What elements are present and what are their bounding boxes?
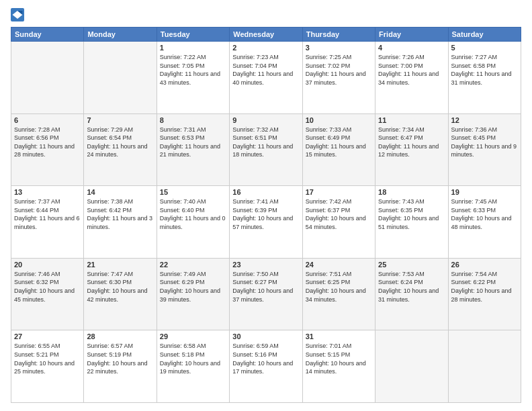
sunrise-label: Sunrise: 7:36 AM [451, 126, 498, 133]
calendar-day-28: 28 Sunrise: 6:57 AM Sunset: 5:19 PM Dayl… [84, 330, 157, 403]
sunrise-label: Sunrise: 7:28 AM [14, 126, 60, 133]
day-number: 10 [306, 116, 372, 124]
day-info: Sunrise: 7:25 AM Sunset: 7:02 PM Dayligh… [306, 53, 372, 87]
day-info: Sunrise: 7:40 AM Sunset: 6:40 PM Dayligh… [160, 197, 226, 231]
day-number: 31 [306, 332, 372, 340]
daylight-label: Daylight: 10 hours and 25 minutes. [14, 360, 75, 375]
day-number: 6 [14, 116, 81, 124]
day-info: Sunrise: 7:51 AM Sunset: 6:25 PM Dayligh… [306, 270, 372, 304]
day-number: 15 [160, 188, 226, 196]
calendar-day-17: 17 Sunrise: 7:42 AM Sunset: 6:37 PM Dayl… [302, 186, 375, 259]
calendar-day-9: 9 Sunrise: 7:32 AM Sunset: 6:51 PM Dayli… [230, 113, 302, 186]
sunset-label: Sunset: 5:16 PM [232, 351, 277, 358]
sunset-label: Sunset: 6:24 PM [378, 279, 423, 285]
day-number: 7 [87, 116, 153, 124]
day-number: 25 [378, 261, 445, 269]
day-info: Sunrise: 6:59 AM Sunset: 5:16 PM Dayligh… [232, 342, 299, 375]
sunrise-label: Sunrise: 7:25 AM [306, 54, 352, 60]
sunrise-label: Sunrise: 7:33 AM [306, 126, 352, 133]
daylight-label: Daylight: 10 hours and 39 minutes. [160, 287, 220, 303]
sunrise-label: Sunrise: 7:41 AM [232, 198, 279, 205]
sunrise-label: Sunrise: 7:23 AM [232, 54, 279, 60]
day-info: Sunrise: 7:01 AM Sunset: 5:15 PM Dayligh… [306, 342, 372, 375]
calendar-day-24: 24 Sunrise: 7:51 AM Sunset: 6:25 PM Dayl… [302, 258, 375, 330]
sunset-label: Sunset: 5:18 PM [160, 351, 205, 358]
daylight-label: Daylight: 10 hours and 37 minutes. [232, 287, 293, 303]
day-info: Sunrise: 7:42 AM Sunset: 6:37 PM Dayligh… [306, 197, 372, 231]
daylight-label: Daylight: 11 hours and 28 minutes. [14, 143, 75, 158]
day-info: Sunrise: 7:45 AM Sunset: 6:33 PM Dayligh… [451, 197, 518, 231]
day-number: 22 [160, 261, 226, 269]
sunrise-label: Sunrise: 7:50 AM [232, 271, 279, 277]
day-number: 27 [14, 332, 81, 340]
day-number: 1 [160, 44, 226, 52]
sunrise-label: Sunrise: 6:58 AM [160, 342, 206, 349]
daylight-label: Daylight: 10 hours and 57 minutes. [232, 215, 293, 230]
daylight-label: Daylight: 10 hours and 48 minutes. [451, 215, 512, 230]
page: SundayMondayTuesdayWednesdayThursdayFrid… [0, 0, 532, 411]
calendar-day-2: 2 Sunrise: 7:23 AM Sunset: 7:04 PM Dayli… [230, 42, 302, 114]
daylight-label: Daylight: 10 hours and 28 minutes. [451, 287, 512, 303]
sunrise-label: Sunrise: 7:43 AM [378, 198, 425, 205]
sunset-label: Sunset: 6:44 PM [14, 207, 59, 214]
day-number: 20 [14, 261, 81, 269]
daylight-label: Daylight: 11 hours and 43 minutes. [160, 71, 220, 86]
sunset-label: Sunset: 7:00 PM [378, 62, 423, 69]
calendar-day-13: 13 Sunrise: 7:37 AM Sunset: 6:44 PM Dayl… [11, 186, 84, 259]
sunrise-label: Sunrise: 7:34 AM [378, 126, 425, 133]
day-info: Sunrise: 7:34 AM Sunset: 6:47 PM Dayligh… [378, 126, 445, 159]
calendar-day-11: 11 Sunrise: 7:34 AM Sunset: 6:47 PM Dayl… [375, 113, 448, 186]
calendar-day-5: 5 Sunrise: 7:27 AM Sunset: 6:58 PM Dayli… [448, 42, 521, 114]
day-info: Sunrise: 7:46 AM Sunset: 6:32 PM Dayligh… [14, 270, 81, 304]
day-info: Sunrise: 7:32 AM Sunset: 6:51 PM Dayligh… [232, 126, 299, 159]
day-number: 14 [87, 188, 153, 196]
sunset-label: Sunset: 6:42 PM [87, 207, 132, 214]
calendar-day-12: 12 Sunrise: 7:36 AM Sunset: 6:45 PM Dayl… [448, 113, 521, 186]
sunset-label: Sunset: 6:35 PM [378, 207, 423, 214]
daylight-label: Daylight: 11 hours and 15 minutes. [306, 143, 366, 158]
sunset-label: Sunset: 5:21 PM [14, 351, 59, 358]
day-info: Sunrise: 6:58 AM Sunset: 5:18 PM Dayligh… [160, 342, 226, 375]
sunset-label: Sunset: 6:45 PM [451, 134, 496, 141]
sunrise-label: Sunrise: 6:55 AM [14, 342, 60, 349]
day-number: 24 [306, 261, 372, 269]
sunrise-label: Sunrise: 7:47 AM [87, 271, 133, 277]
sunrise-label: Sunrise: 7:51 AM [306, 271, 352, 277]
sunrise-label: Sunrise: 7:29 AM [87, 126, 133, 133]
calendar-cell [84, 42, 157, 114]
logo [11, 8, 27, 21]
logo-icon [11, 8, 24, 21]
day-number: 13 [14, 188, 81, 196]
day-info: Sunrise: 7:27 AM Sunset: 6:58 PM Dayligh… [451, 53, 518, 87]
sunset-label: Sunset: 6:49 PM [306, 134, 351, 141]
daylight-label: Daylight: 10 hours and 42 minutes. [87, 287, 147, 303]
sunset-label: Sunset: 6:40 PM [160, 207, 205, 214]
day-info: Sunrise: 7:47 AM Sunset: 6:30 PM Dayligh… [87, 270, 153, 304]
day-info: Sunrise: 7:49 AM Sunset: 6:29 PM Dayligh… [160, 270, 226, 304]
calendar-day-23: 23 Sunrise: 7:50 AM Sunset: 6:27 PM Dayl… [230, 258, 302, 330]
day-number: 26 [451, 261, 518, 269]
daylight-label: Daylight: 10 hours and 45 minutes. [14, 287, 75, 303]
sunrise-label: Sunrise: 7:31 AM [160, 126, 206, 133]
daylight-label: Daylight: 11 hours and 6 minutes. [14, 215, 80, 230]
day-info: Sunrise: 7:23 AM Sunset: 7:04 PM Dayligh… [232, 53, 299, 87]
day-number: 3 [306, 44, 372, 52]
daylight-label: Daylight: 11 hours and 3 minutes. [87, 215, 152, 230]
day-number: 12 [451, 116, 518, 124]
sunset-label: Sunset: 6:29 PM [160, 279, 205, 285]
daylight-label: Daylight: 10 hours and 17 minutes. [232, 360, 293, 375]
day-number: 21 [87, 261, 153, 269]
calendar-day-29: 29 Sunrise: 6:58 AM Sunset: 5:18 PM Dayl… [157, 330, 229, 403]
daylight-label: Daylight: 10 hours and 19 minutes. [160, 360, 220, 375]
calendar-row-3: 13 Sunrise: 7:37 AM Sunset: 6:44 PM Dayl… [11, 186, 521, 259]
sunset-label: Sunset: 5:15 PM [306, 351, 351, 358]
day-number: 17 [306, 188, 372, 196]
calendar-day-7: 7 Sunrise: 7:29 AM Sunset: 6:54 PM Dayli… [84, 113, 157, 186]
day-info: Sunrise: 6:55 AM Sunset: 5:21 PM Dayligh… [14, 342, 81, 375]
calendar-day-16: 16 Sunrise: 7:41 AM Sunset: 6:39 PM Dayl… [230, 186, 302, 259]
calendar-row-1: 1 Sunrise: 7:22 AM Sunset: 7:05 PM Dayli… [11, 42, 521, 114]
sunset-label: Sunset: 6:51 PM [232, 134, 277, 141]
daylight-label: Daylight: 11 hours and 18 minutes. [232, 143, 293, 158]
day-number: 9 [232, 116, 299, 124]
sunrise-label: Sunrise: 7:01 AM [306, 342, 352, 349]
